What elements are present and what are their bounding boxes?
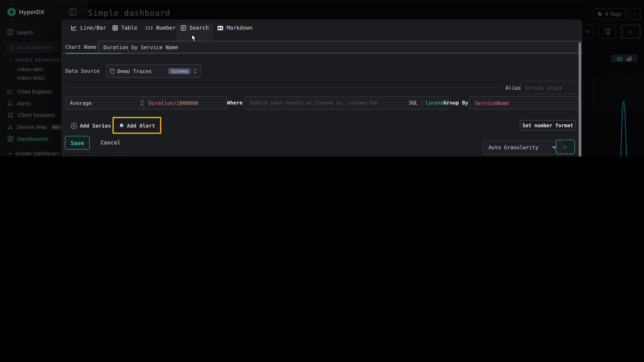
granularity-value: Auto Granularity: [488, 144, 538, 150]
data-source-value: Demo Traces: [118, 68, 152, 74]
tab-label: Number: [156, 25, 176, 31]
add-series-label: Add Series: [80, 123, 111, 129]
app-root: HyperDX Simple dashboard 0 Tags ⋮ ⟳ ▷ Se…: [0, 0, 644, 157]
lucene-toggle[interactable]: Lucene: [426, 100, 444, 106]
add-alert-label: Add Alert: [127, 123, 155, 129]
tab-label: Line/Bar: [80, 25, 106, 31]
data-source-label: Data Source: [65, 68, 100, 74]
field-column: Duration: [148, 100, 173, 106]
schema-badge: Schema: [168, 68, 191, 74]
add-series-button[interactable]: Add Series: [71, 123, 111, 129]
alias-placeholder: Series alias: [525, 85, 562, 91]
set-number-format-button[interactable]: Set number format: [520, 120, 576, 131]
granularity-select[interactable]: Auto Granularity: [483, 140, 562, 154]
search-list-icon: [181, 25, 186, 30]
where-label: Where: [227, 100, 242, 106]
chart-name-input[interactable]: Duration by Service Name: [98, 41, 582, 53]
group-by-value: ServiceName: [475, 100, 509, 106]
markdown-icon: [217, 25, 224, 30]
mouse-cursor: [190, 34, 197, 42]
tab-search[interactable]: Search: [181, 25, 209, 31]
chart-name-value: Duration by Service Name: [104, 44, 178, 50]
toggle-pipe: |: [420, 100, 424, 106]
alias-input[interactable]: Series alias: [520, 81, 579, 94]
field-operator: /: [173, 100, 176, 106]
alias-label: Alias: [505, 85, 521, 91]
tab-label: Search: [190, 25, 209, 31]
add-alert-button[interactable]: Add Alert: [119, 123, 155, 129]
alias-divider: [65, 87, 503, 88]
set-number-format-label: Set number format: [522, 123, 573, 128]
tab-label: Markdown: [227, 25, 252, 31]
save-label: Save: [71, 139, 84, 146]
database-icon: [110, 68, 114, 74]
chart-editor-modal: Line/Bar Table 123 Number Search Markdow…: [61, 19, 582, 157]
where-placeholder: Search your events w/ Lucene ex. column:…: [249, 100, 378, 106]
bell-icon: [119, 123, 124, 129]
save-button[interactable]: Save: [65, 136, 90, 150]
cancel-button[interactable]: Cancel: [100, 139, 121, 146]
select-chevrons-icon: [194, 69, 197, 74]
modal-scrollbar-thumb[interactable]: [578, 42, 581, 157]
tab-label: Table: [121, 25, 137, 31]
tab-markdown[interactable]: Markdown: [217, 25, 252, 31]
tab-table[interactable]: Table: [112, 25, 138, 31]
plus-circle-icon: [71, 123, 77, 129]
tab-number[interactable]: 123 Number: [145, 25, 176, 31]
chart-name-label: Chart Name: [65, 44, 96, 50]
sql-toggle[interactable]: SQL: [409, 100, 418, 106]
group-by-label: Group By: [443, 100, 468, 106]
data-source-select[interactable]: Demo Traces Schema: [106, 64, 200, 78]
where-search-input[interactable]: Search your events w/ Lucene ex. column:…: [245, 96, 448, 110]
tab-line-bar[interactable]: Line/Bar: [71, 25, 106, 31]
play-icon: ▷: [564, 144, 567, 150]
chevron-down-icon: [552, 146, 556, 149]
field-input[interactable]: Duration/1000000: [143, 96, 228, 110]
number-123-icon: 123: [145, 25, 153, 30]
run-chart-button[interactable]: ▷: [556, 140, 575, 154]
field-divisor: 1000000: [176, 100, 198, 106]
aggregation-value: Average: [70, 100, 92, 106]
table-icon: [112, 25, 118, 30]
group-by-input[interactable]: ServiceName: [470, 96, 580, 110]
line-chart-icon: [71, 25, 77, 30]
aggregation-select[interactable]: Average: [65, 96, 148, 110]
